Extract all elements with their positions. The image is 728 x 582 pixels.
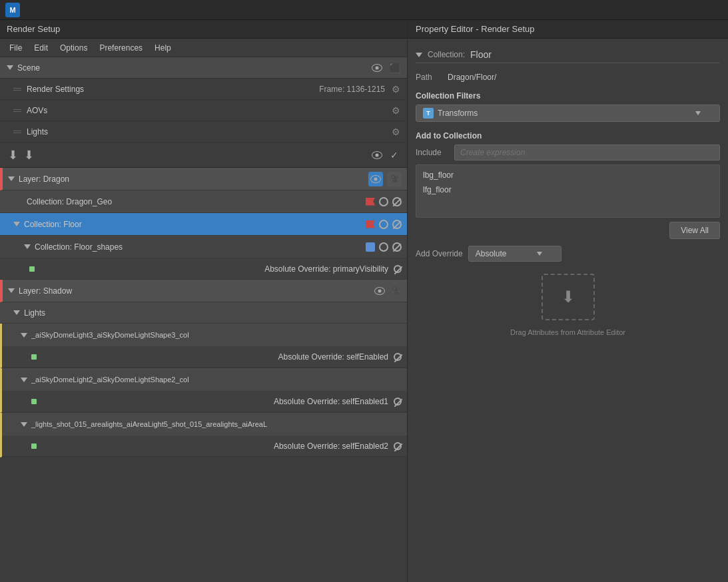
add-to-collection-section: Add to Collection Include lbg_floor lfg_… bbox=[416, 129, 720, 239]
collection-dragon-geo-row[interactable]: Collection: Dragon_Geo bbox=[0, 190, 407, 213]
include-input[interactable] bbox=[454, 145, 720, 160]
layer-dragon-camera-icon[interactable]: 🎥 bbox=[387, 172, 402, 186]
expression-list: lbg_floor lfg_floor bbox=[416, 164, 720, 218]
absolute-dropdown[interactable]: Absolute bbox=[468, 246, 561, 262]
lights-settings-label: Lights bbox=[27, 127, 48, 137]
light3-collapse-icon[interactable] bbox=[21, 422, 27, 427]
floor-shapes-collapse-icon[interactable] bbox=[24, 244, 31, 249]
visibility-icon[interactable] bbox=[371, 149, 383, 161]
floor-circle-icon[interactable] bbox=[379, 220, 388, 229]
collection-collapse-icon[interactable] bbox=[416, 53, 422, 57]
drag-hint: Drag Attributes from Attribute Editor bbox=[510, 328, 625, 336]
collection-floor-shapes-left: Collection: Floor_shapes bbox=[24, 242, 123, 252]
layer-shadow-camera-icon[interactable]: 🎥 bbox=[390, 285, 402, 297]
lights-left: Lights bbox=[13, 127, 48, 137]
collection-floor-row[interactable]: Collection: Floor bbox=[0, 213, 407, 236]
layer-dragon-left: Layer: Dragon bbox=[8, 174, 69, 184]
light2-indicator bbox=[31, 399, 37, 404]
layer-dragon-eye-icon[interactable] bbox=[368, 172, 383, 186]
view-all-button[interactable]: View All bbox=[669, 222, 720, 239]
expression-item-2: lfg_floor bbox=[420, 184, 715, 196]
light-2-row: _aiSkyDomeLight2_aiSkyDomeLightShape2_co… bbox=[0, 368, 407, 413]
layer-dragon-right: 🎥 bbox=[368, 172, 402, 186]
lights-drag-handle[interactable] bbox=[13, 131, 21, 133]
layer-shadow-collapse-icon[interactable] bbox=[8, 288, 15, 293]
collection-name: Floor bbox=[470, 49, 492, 60]
collection-floor-shapes-row[interactable]: Collection: Floor_shapes bbox=[0, 236, 407, 258]
layer-shadow-eye-icon[interactable] bbox=[374, 285, 386, 297]
light-1-override-label: Absolute Override: selfEnabled bbox=[39, 352, 394, 362]
light-3-label: _lights_shot_015_arealights_aiAreaLight5… bbox=[31, 420, 402, 428]
left-panel: Scene Render Setup File Edit Options Pre… bbox=[0, 20, 408, 582]
lights-gear-icon[interactable]: ⚙ bbox=[392, 127, 400, 137]
scene-collapse-icon[interactable] bbox=[7, 65, 13, 70]
light2-collapse-icon[interactable] bbox=[21, 378, 27, 382]
collection-dragon-geo-left: Collection: Dragon_Geo bbox=[13, 197, 112, 206]
light-1-label: _aiSkyDomeLight3_aiSkyDomeLightShape3_co… bbox=[31, 331, 402, 339]
layer-shadow-label: Layer: Shadow bbox=[19, 286, 72, 296]
light3-indicator bbox=[31, 443, 37, 449]
menu-preferences[interactable]: Preferences bbox=[94, 41, 148, 55]
transform-icon: T bbox=[423, 108, 434, 119]
slash-icon[interactable] bbox=[392, 197, 402, 206]
light2-slash-icon[interactable] bbox=[394, 398, 402, 406]
light-3-row: _lights_shot_015_arealights_aiAreaLight5… bbox=[0, 413, 407, 457]
filters-section: Collection Filters T Transforms bbox=[416, 89, 720, 122]
light1-slash-icon[interactable] bbox=[394, 353, 402, 361]
floor-shapes-slash-icon[interactable] bbox=[392, 242, 402, 252]
light1-collapse-icon[interactable] bbox=[21, 333, 27, 338]
render-settings-gear-icon[interactable]: ⚙ bbox=[392, 84, 400, 95]
add-override-row: Add Override Absolute bbox=[416, 246, 720, 262]
layer-shadow-left: Layer: Shadow bbox=[8, 286, 72, 296]
include-row: Include bbox=[416, 145, 720, 160]
collection-dragon-geo-right bbox=[366, 197, 402, 206]
lights-settings-row: Lights ⚙ bbox=[0, 121, 407, 143]
light1-indicator bbox=[31, 354, 37, 360]
path-row: Path Dragon/Floor/ bbox=[416, 73, 720, 82]
menu-options[interactable]: Options bbox=[55, 41, 93, 55]
include-label: Include bbox=[416, 148, 449, 157]
absolute-dropdown-arrow-icon bbox=[537, 252, 542, 256]
floor-shapes-circle-icon[interactable] bbox=[379, 242, 388, 252]
add-layer-icon[interactable]: ⬇ bbox=[7, 149, 19, 161]
right-panel: Property Editor - Render Setup Collectio… bbox=[408, 20, 728, 582]
aovs-drag-handle[interactable] bbox=[13, 109, 21, 112]
layer-dragon-collapse-icon[interactable] bbox=[8, 176, 15, 181]
import-icon[interactable]: ⬇ bbox=[23, 149, 35, 161]
light-1-row: _aiSkyDomeLight3_aiSkyDomeLightShape3_co… bbox=[0, 324, 407, 368]
drag-handle[interactable] bbox=[13, 88, 21, 91]
add-override-label: Add Override bbox=[416, 249, 463, 258]
transform-label: Transforms bbox=[438, 109, 478, 118]
transforms-dropdown[interactable]: T Transforms bbox=[416, 105, 720, 122]
dropdown-arrow-icon bbox=[695, 111, 701, 115]
menu-edit[interactable]: Edit bbox=[29, 41, 53, 55]
collection-label: Collection: bbox=[428, 50, 465, 59]
lights-collapse-icon[interactable] bbox=[13, 310, 20, 315]
primary-visibility-slash-icon[interactable] bbox=[394, 265, 402, 273]
drop-zone[interactable]: ⬇ bbox=[542, 274, 595, 320]
collection-floor-right bbox=[366, 220, 402, 229]
aovs-gear-icon[interactable]: ⚙ bbox=[392, 105, 400, 116]
floor-slash-icon[interactable] bbox=[392, 220, 402, 229]
scene-header: Scene ⬛ bbox=[0, 57, 407, 79]
scene-label: Scene bbox=[17, 63, 40, 73]
layer-shadow-right: 🎥 bbox=[374, 285, 402, 297]
primary-visibility-override-row: Absolute Override: primaryVisibility bbox=[0, 258, 407, 280]
circle-icon[interactable] bbox=[379, 197, 388, 206]
export-icon[interactable]: ✓ bbox=[388, 149, 400, 161]
light-3-override-row: Absolute Override: selfEnabled2 bbox=[2, 436, 407, 457]
layers-area: Layer: Dragon 🎥 Collection: Dragon_Geo bbox=[0, 168, 407, 582]
collection-floor-shapes-label: Collection: Floor_shapes bbox=[35, 242, 123, 252]
light3-slash-icon[interactable] bbox=[394, 442, 402, 450]
menu-help[interactable]: Help bbox=[149, 41, 177, 55]
lights-subsection: Lights bbox=[0, 302, 407, 324]
menu-file[interactable]: File bbox=[4, 41, 27, 55]
toolbar-left: ⬇ ⬇ bbox=[7, 149, 35, 161]
collection-floor-collapse-icon[interactable] bbox=[13, 222, 20, 226]
light-2-override-label: Absolute Override: selfEnabled1 bbox=[39, 397, 394, 406]
aovs-left: AOVs bbox=[13, 106, 47, 115]
toolbar-right: ✓ bbox=[371, 149, 400, 161]
property-content: Collection: Floor Path Dragon/Floor/ Col… bbox=[408, 39, 728, 582]
scene-eye-icon[interactable] bbox=[371, 62, 383, 74]
scene-camera-icon[interactable]: ⬛ bbox=[388, 62, 400, 74]
